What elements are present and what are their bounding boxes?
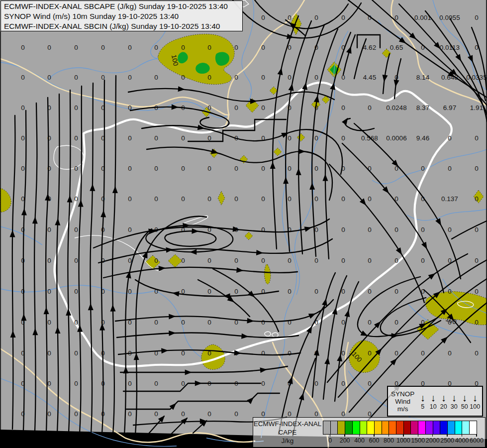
grid-value-label: 0 bbox=[207, 134, 211, 142]
sbcin-value-label: 8.14 bbox=[416, 74, 430, 81]
wind-legend-labels: SYNOP Wind m/s bbox=[391, 390, 414, 413]
grid-value-label: 0 bbox=[288, 410, 292, 418]
grid-value-label: 0 bbox=[234, 410, 238, 418]
wind-arrow-icon: ↓ bbox=[462, 393, 467, 403]
grid-value-label: 0 bbox=[154, 195, 158, 203]
cape-tick-mark bbox=[403, 434, 404, 437]
wind-arrow-icon: ↓ bbox=[431, 393, 436, 403]
grid-value-label: 0 bbox=[154, 134, 158, 142]
wind-legend-quantity: Wind bbox=[391, 398, 414, 405]
grid-value-label: 0 bbox=[181, 134, 185, 142]
grid-value-label: 0 bbox=[261, 165, 265, 172]
grid-value-label: 0 bbox=[341, 104, 345, 112]
sbcin-value-label: 0.65 bbox=[390, 44, 403, 51]
cape-tick-mark bbox=[447, 434, 448, 437]
grid-value-label: 0 bbox=[475, 14, 479, 21]
wind-speed-label: 30 bbox=[451, 403, 458, 410]
grid-value-label: 0 bbox=[341, 410, 345, 418]
grid-value-label: 0 bbox=[475, 349, 479, 357]
cape-color-cell bbox=[323, 421, 330, 434]
wind-legend: SYNOP Wind m/s ↓5↓10↓20↓30↓50↓100 bbox=[387, 386, 483, 417]
grid-value-label: 0 bbox=[47, 74, 51, 81]
grid-value-label: 0 bbox=[261, 410, 265, 418]
grid-value-label: 0 bbox=[128, 134, 132, 142]
grid-value-label: 0 bbox=[74, 165, 78, 172]
grid-value-label: 0 bbox=[207, 195, 211, 203]
cape-tick-label: 600 bbox=[369, 437, 380, 444]
cape-tick-label: 1500 bbox=[411, 437, 425, 444]
wind-scale-item: ↓100 bbox=[470, 393, 480, 410]
cape-tick-label: 2000 bbox=[426, 437, 440, 444]
sbcin-value-label: 8.37 bbox=[416, 104, 429, 112]
wind-arrow-icon: ↓ bbox=[452, 393, 457, 403]
grid-value-label: 0 bbox=[475, 226, 479, 233]
grid-value-label: 0 bbox=[448, 226, 452, 233]
cape-tick-label: 2500 bbox=[440, 437, 454, 444]
cape-color-cell bbox=[360, 421, 367, 434]
cape-tick-label: 4000 bbox=[455, 437, 469, 444]
grid-value-label: 0 bbox=[341, 14, 345, 21]
wind-scale-item: ↓10 bbox=[428, 393, 438, 410]
grid-value-label: 0 bbox=[368, 257, 372, 264]
cape-tick-mark bbox=[359, 434, 360, 437]
title-box: ECMWF-INDEX-ANAL SBCAPE (J/kg) Sunday 19… bbox=[0, 0, 243, 31]
grid-value-label: 0 bbox=[74, 319, 78, 326]
grid-value-label: 0 bbox=[394, 288, 398, 295]
grid-value-label: 0 bbox=[314, 165, 318, 172]
grid-value-label: 0 bbox=[234, 44, 238, 51]
grid-value-label: 0 bbox=[21, 74, 25, 81]
grid-value-label: 0 bbox=[74, 288, 78, 295]
grid-value-label: 0 bbox=[368, 288, 372, 295]
cape-tick-mark bbox=[432, 434, 433, 437]
cape-color-cell bbox=[433, 421, 440, 434]
wind-scale-item: ↓5 bbox=[417, 393, 428, 410]
wind-speed-label: 50 bbox=[461, 403, 468, 410]
grid-value-label: 0 bbox=[74, 349, 78, 357]
sbcin-value-label: 0.0955 bbox=[439, 14, 460, 21]
grid-value-label: 0 bbox=[288, 134, 292, 142]
grid-value-label: 0 bbox=[181, 74, 185, 81]
grid-value-label: 0 bbox=[21, 288, 25, 295]
grid-value-label: 0 bbox=[234, 165, 238, 172]
cape-tick-mark bbox=[476, 434, 477, 437]
grid-value-label: 0 bbox=[261, 44, 265, 51]
grid-value-label: 0 bbox=[74, 257, 78, 264]
grid-value-label: 0 bbox=[475, 288, 479, 295]
grid-value-label: 0 bbox=[207, 104, 211, 112]
wind-arrow-icon: ↓ bbox=[420, 393, 425, 403]
wind-legend-source: SYNOP bbox=[391, 390, 414, 398]
cape-color-cell bbox=[374, 421, 382, 434]
map-background bbox=[0, 0, 487, 448]
grid-value-label: 0 bbox=[154, 380, 158, 387]
grid-value-label: 0 bbox=[448, 134, 452, 142]
cape-tick-label: 400 bbox=[354, 437, 365, 444]
grid-value-label: 0 bbox=[341, 380, 345, 387]
sbcin-value-label: 9.46 bbox=[416, 134, 429, 142]
grid-value-label: 0 bbox=[448, 288, 452, 295]
cape-tick-label: 0 bbox=[328, 437, 332, 444]
cape-color-cell bbox=[410, 421, 418, 434]
grid-value-label: 0 bbox=[181, 165, 185, 172]
cape-color-cell bbox=[440, 421, 447, 434]
grid-value-label: 0 bbox=[341, 195, 345, 203]
grid-value-label: 0 bbox=[261, 74, 265, 81]
grid-value-label: 0 bbox=[288, 349, 292, 357]
cape-color-cell bbox=[345, 421, 352, 434]
sbcin-value-label: 1.91 bbox=[470, 104, 483, 112]
cape-legend: ECMWF-INDEX-ANAL CAPE J/kg 0200400600800… bbox=[253, 417, 486, 448]
sbcin-value-label: 6.97 bbox=[443, 104, 456, 112]
grid-value-label: 0 bbox=[261, 226, 265, 233]
grid-value-label: 0 bbox=[154, 319, 158, 326]
sbcin-value-label: 0.568 bbox=[361, 134, 378, 142]
grid-value-label: 0 bbox=[288, 14, 292, 21]
weather-map-page: 0000000.0010.0955000000000000004.620.650… bbox=[0, 0, 487, 448]
grid-value-label: 0 bbox=[154, 257, 158, 264]
cape-color-cell bbox=[337, 421, 345, 434]
wind-scale-item: ↓30 bbox=[449, 393, 459, 410]
grid-value-label: 0 bbox=[288, 195, 292, 203]
grid-value-label: 0 bbox=[128, 288, 132, 295]
cape-tick-mark bbox=[374, 434, 375, 437]
grid-value-label: 0 bbox=[154, 410, 158, 418]
cape-color-cell bbox=[382, 421, 389, 434]
grid-value-label: 0 bbox=[74, 44, 78, 51]
